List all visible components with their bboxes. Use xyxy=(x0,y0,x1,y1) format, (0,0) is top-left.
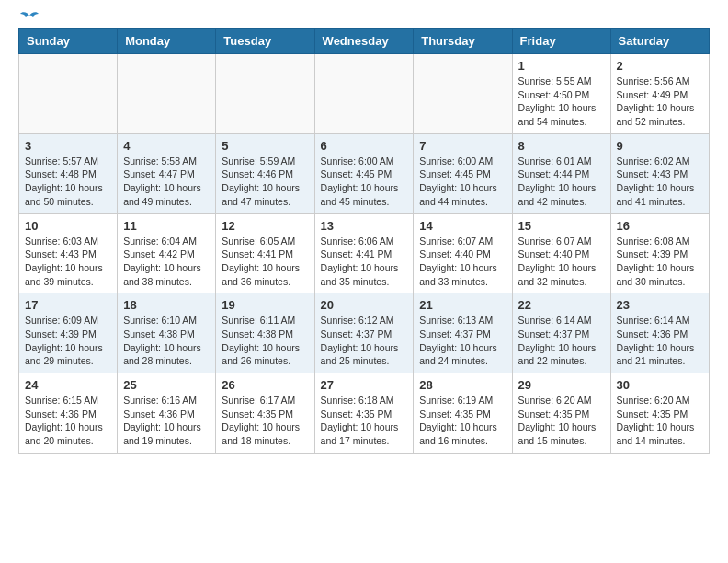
calendar-cell: 27Sunrise: 6:18 AM Sunset: 4:35 PM Dayli… xyxy=(314,373,414,454)
calendar-cell: 12Sunrise: 6:05 AM Sunset: 4:41 PM Dayli… xyxy=(216,213,314,293)
day-info: Sunrise: 6:04 AM Sunset: 4:42 PM Dayligh… xyxy=(123,235,210,289)
calendar-cell: 15Sunrise: 6:07 AM Sunset: 4:40 PM Dayli… xyxy=(512,213,610,293)
calendar-cell: 26Sunrise: 6:17 AM Sunset: 4:35 PM Dayli… xyxy=(216,373,314,454)
calendar-cell xyxy=(314,54,414,134)
day-number: 17 xyxy=(25,298,111,312)
calendar-cell: 7Sunrise: 6:00 AM Sunset: 4:45 PM Daylig… xyxy=(414,133,512,213)
day-info: Sunrise: 6:02 AM Sunset: 4:43 PM Dayligh… xyxy=(617,155,703,209)
day-info: Sunrise: 6:18 AM Sunset: 4:35 PM Dayligh… xyxy=(321,394,408,448)
day-number: 11 xyxy=(123,219,210,233)
calendar-cell xyxy=(414,54,512,134)
day-number: 21 xyxy=(419,298,506,312)
calendar-cell: 24Sunrise: 6:15 AM Sunset: 4:36 PM Dayli… xyxy=(19,373,118,454)
calendar-cell: 5Sunrise: 5:59 AM Sunset: 4:46 PM Daylig… xyxy=(216,133,314,213)
calendar-cell: 29Sunrise: 6:20 AM Sunset: 4:35 PM Dayli… xyxy=(512,373,610,454)
day-info: Sunrise: 6:20 AM Sunset: 4:35 PM Dayligh… xyxy=(518,394,605,448)
logo-bird-icon xyxy=(20,11,39,24)
calendar-table: SundayMondayTuesdayWednesdayThursdayFrid… xyxy=(18,28,710,454)
calendar-cell xyxy=(216,54,314,134)
day-info: Sunrise: 6:05 AM Sunset: 4:41 PM Dayligh… xyxy=(222,235,308,289)
day-number: 20 xyxy=(321,298,408,312)
calendar-cell: 8Sunrise: 6:01 AM Sunset: 4:44 PM Daylig… xyxy=(512,133,610,213)
day-number: 25 xyxy=(123,378,210,392)
day-number: 15 xyxy=(518,219,605,233)
calendar-cell: 25Sunrise: 6:16 AM Sunset: 4:36 PM Dayli… xyxy=(118,373,216,454)
day-info: Sunrise: 6:01 AM Sunset: 4:44 PM Dayligh… xyxy=(518,155,605,209)
day-number: 23 xyxy=(617,298,703,312)
day-info: Sunrise: 6:09 AM Sunset: 4:39 PM Dayligh… xyxy=(25,314,111,368)
day-number: 2 xyxy=(617,59,703,73)
day-info: Sunrise: 5:58 AM Sunset: 4:47 PM Dayligh… xyxy=(123,155,210,209)
day-number: 4 xyxy=(123,139,210,153)
day-number: 12 xyxy=(222,219,308,233)
weekday-header-saturday: Saturday xyxy=(610,29,709,54)
day-info: Sunrise: 6:14 AM Sunset: 4:37 PM Dayligh… xyxy=(518,314,605,368)
calendar-cell: 11Sunrise: 6:04 AM Sunset: 4:42 PM Dayli… xyxy=(118,213,216,293)
day-number: 24 xyxy=(25,378,111,392)
calendar-cell: 16Sunrise: 6:08 AM Sunset: 4:39 PM Dayli… xyxy=(610,213,709,293)
day-number: 16 xyxy=(617,219,703,233)
calendar-cell xyxy=(118,54,216,134)
calendar-cell: 14Sunrise: 6:07 AM Sunset: 4:40 PM Dayli… xyxy=(414,213,512,293)
weekday-header-friday: Friday xyxy=(512,29,610,54)
day-number: 13 xyxy=(321,219,408,233)
day-number: 18 xyxy=(123,298,210,312)
day-number: 1 xyxy=(518,59,605,73)
calendar-week-1: 1Sunrise: 5:55 AM Sunset: 4:50 PM Daylig… xyxy=(19,54,710,134)
day-info: Sunrise: 6:10 AM Sunset: 4:38 PM Dayligh… xyxy=(123,314,210,368)
weekday-header-wednesday: Wednesday xyxy=(314,29,414,54)
day-info: Sunrise: 6:16 AM Sunset: 4:36 PM Dayligh… xyxy=(123,394,210,448)
calendar-cell: 3Sunrise: 5:57 AM Sunset: 4:48 PM Daylig… xyxy=(19,133,118,213)
day-number: 9 xyxy=(617,139,703,153)
day-number: 22 xyxy=(518,298,605,312)
calendar-cell: 18Sunrise: 6:10 AM Sunset: 4:38 PM Dayli… xyxy=(118,293,216,373)
calendar-cell: 6Sunrise: 6:00 AM Sunset: 4:45 PM Daylig… xyxy=(314,133,414,213)
day-number: 8 xyxy=(518,139,605,153)
calendar-cell: 22Sunrise: 6:14 AM Sunset: 4:37 PM Dayli… xyxy=(512,293,610,373)
weekday-header-tuesday: Tuesday xyxy=(216,29,314,54)
calendar-cell: 28Sunrise: 6:19 AM Sunset: 4:35 PM Dayli… xyxy=(414,373,512,454)
day-info: Sunrise: 6:06 AM Sunset: 4:41 PM Dayligh… xyxy=(321,235,408,289)
day-number: 6 xyxy=(321,139,408,153)
weekday-header-monday: Monday xyxy=(118,29,216,54)
day-info: Sunrise: 6:20 AM Sunset: 4:35 PM Dayligh… xyxy=(617,394,703,448)
calendar-week-4: 17Sunrise: 6:09 AM Sunset: 4:39 PM Dayli… xyxy=(19,293,710,373)
day-number: 3 xyxy=(25,139,111,153)
day-info: Sunrise: 5:55 AM Sunset: 4:50 PM Dayligh… xyxy=(518,75,605,129)
day-info: Sunrise: 5:59 AM Sunset: 4:46 PM Dayligh… xyxy=(222,155,308,209)
calendar-cell: 13Sunrise: 6:06 AM Sunset: 4:41 PM Dayli… xyxy=(314,213,414,293)
day-number: 5 xyxy=(222,139,308,153)
day-info: Sunrise: 6:19 AM Sunset: 4:35 PM Dayligh… xyxy=(419,394,506,448)
day-number: 7 xyxy=(419,139,506,153)
day-info: Sunrise: 6:15 AM Sunset: 4:36 PM Dayligh… xyxy=(25,394,111,448)
calendar-week-3: 10Sunrise: 6:03 AM Sunset: 4:43 PM Dayli… xyxy=(19,213,710,293)
day-info: Sunrise: 5:57 AM Sunset: 4:48 PM Dayligh… xyxy=(25,155,111,209)
calendar-cell: 19Sunrise: 6:11 AM Sunset: 4:38 PM Dayli… xyxy=(216,293,314,373)
calendar-cell: 4Sunrise: 5:58 AM Sunset: 4:47 PM Daylig… xyxy=(118,133,216,213)
calendar-cell xyxy=(19,54,118,134)
calendar-cell: 10Sunrise: 6:03 AM Sunset: 4:43 PM Dayli… xyxy=(19,213,118,293)
day-number: 10 xyxy=(25,219,111,233)
day-info: Sunrise: 6:14 AM Sunset: 4:36 PM Dayligh… xyxy=(617,314,703,368)
calendar-week-2: 3Sunrise: 5:57 AM Sunset: 4:48 PM Daylig… xyxy=(19,133,710,213)
day-info: Sunrise: 6:03 AM Sunset: 4:43 PM Dayligh… xyxy=(25,235,111,289)
day-info: Sunrise: 6:07 AM Sunset: 4:40 PM Dayligh… xyxy=(518,235,605,289)
calendar-cell: 2Sunrise: 5:56 AM Sunset: 4:49 PM Daylig… xyxy=(610,54,709,134)
weekday-header-thursday: Thursday xyxy=(414,29,512,54)
calendar-cell: 30Sunrise: 6:20 AM Sunset: 4:35 PM Dayli… xyxy=(610,373,709,454)
day-info: Sunrise: 6:13 AM Sunset: 4:37 PM Dayligh… xyxy=(419,314,506,368)
calendar-cell: 23Sunrise: 6:14 AM Sunset: 4:36 PM Dayli… xyxy=(610,293,709,373)
calendar-week-5: 24Sunrise: 6:15 AM Sunset: 4:36 PM Dayli… xyxy=(19,373,710,454)
day-number: 19 xyxy=(222,298,308,312)
day-number: 30 xyxy=(617,378,703,392)
day-info: Sunrise: 6:17 AM Sunset: 4:35 PM Dayligh… xyxy=(222,394,308,448)
day-info: Sunrise: 6:12 AM Sunset: 4:37 PM Dayligh… xyxy=(321,314,408,368)
calendar-cell: 9Sunrise: 6:02 AM Sunset: 4:43 PM Daylig… xyxy=(610,133,709,213)
day-number: 27 xyxy=(321,378,408,392)
day-info: Sunrise: 6:11 AM Sunset: 4:38 PM Dayligh… xyxy=(222,314,308,368)
day-info: Sunrise: 6:00 AM Sunset: 4:45 PM Dayligh… xyxy=(321,155,408,209)
day-number: 14 xyxy=(419,219,506,233)
day-info: Sunrise: 6:08 AM Sunset: 4:39 PM Dayligh… xyxy=(617,235,703,289)
day-info: Sunrise: 5:56 AM Sunset: 4:49 PM Dayligh… xyxy=(617,75,703,129)
weekday-header-sunday: Sunday xyxy=(19,29,118,54)
